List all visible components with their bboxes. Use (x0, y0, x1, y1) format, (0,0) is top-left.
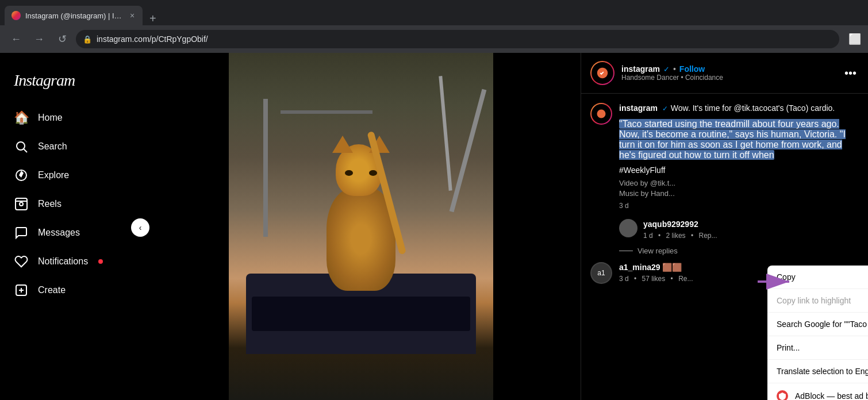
url-display: instagram.com/p/CtRpYgpObif/ (97, 34, 832, 44)
reply-avatar-1 (619, 219, 637, 237)
active-tab[interactable]: Instagram (@instagram) | Instagram × (5, 6, 143, 25)
notification-dot (98, 259, 103, 264)
sidebar-label-messages: Messages (38, 228, 80, 238)
credits: Video by @tik.t... Music by Hand... (619, 178, 859, 199)
post-subtitle: Handsome Dancer • Coincidance (621, 74, 835, 82)
sidebar-label-explore: Explore (38, 170, 69, 180)
reply-line (619, 251, 633, 251)
svg-marker-3 (19, 171, 24, 178)
address-bar[interactable]: 🔒 instagram.com/p/CtRpYgpObif/ (76, 30, 839, 48)
reply-username-2: a1_mina29 🟫🟫 (619, 263, 682, 272)
post-header: instagram ✓ • Follow Handsome Dancer • C… (581, 53, 868, 94)
follow-button[interactable]: Follow (679, 64, 705, 74)
browser-tab-bar: Instagram (@instagram) | Instagram × + (0, 0, 868, 25)
context-menu-print[interactable]: Print... (767, 336, 868, 360)
svg-point-5 (20, 202, 23, 206)
close-tab-button[interactable]: × (130, 11, 135, 20)
post-username-row: instagram ✓ • Follow (621, 64, 835, 74)
comment-avatar-inner-2: a1 (592, 263, 611, 283)
cat-gym-photo (229, 53, 493, 400)
comment-avatar-2: a1 (590, 262, 612, 284)
sidebar: Instagram 🏠 Home Search Explore (0, 53, 141, 400)
reply-comment-1: yaqub9292992 1 d • 2 likes • Rep... (590, 219, 859, 240)
instagram-logo: Instagram (7, 62, 134, 99)
more-options-button[interactable]: ••• (842, 64, 859, 82)
lock-icon: 🔒 (83, 35, 92, 44)
hashtag-line: #WeeklyFluff (619, 165, 859, 176)
search-icon (14, 139, 29, 154)
content-area: instagram ✓ • Follow Handsome Dancer • C… (141, 53, 868, 400)
reels-icon (14, 197, 29, 211)
reply-meta-1: 1 d • 2 likes • Rep... (643, 232, 717, 240)
home-icon: 🏠 (14, 110, 29, 125)
sidebar-label-home: Home (38, 113, 63, 123)
sidebar-item-explore[interactable]: Explore (7, 161, 134, 190)
forward-button[interactable]: → (30, 30, 48, 48)
sidebar-item-messages[interactable]: Messages (7, 218, 134, 247)
svg-point-0 (17, 142, 25, 150)
hashtag: #WeeklyFluff (619, 166, 665, 175)
context-menu-search-google[interactable]: Search Google for ""Taco started using t… (767, 313, 868, 336)
comment-username: instagram (619, 103, 658, 113)
comment-avatar (590, 103, 612, 125)
svg-line-1 (24, 149, 28, 153)
copy-link-label: Copy link to highlight (777, 296, 851, 305)
svg-rect-4 (16, 198, 27, 210)
reply-username-1: yaqub9292992 (643, 220, 698, 229)
notifications-icon (14, 254, 29, 269)
cast-button[interactable]: ⬜ (848, 33, 861, 45)
sidebar-label-create: Create (38, 285, 66, 295)
print-label: Print... (777, 343, 800, 352)
sidebar-item-reels[interactable]: Reels (7, 190, 134, 218)
highlighted-comment-block: "Taco started using the treadmill about … (619, 119, 859, 160)
create-icon (14, 283, 29, 298)
sidebar-label-search: Search (38, 141, 67, 152)
tab-title: Instagram (@instagram) | Instagram (25, 11, 123, 20)
url-path: /p/CtRpYgpObif/ (149, 34, 208, 44)
adblock-label: AdBlock — best ad blocker (795, 391, 868, 400)
sidebar-item-notifications[interactable]: Notifications (7, 247, 134, 276)
sidebar-item-create[interactable]: Create (7, 276, 134, 305)
comment-content: instagram ✓ Wow. It's time for @tik.taco… (619, 103, 859, 210)
context-menu-adblock[interactable]: AdBlock — best ad blocker (767, 383, 868, 400)
search-google-label: Search Google for ""Taco started using t… (777, 320, 868, 329)
new-tab-button[interactable]: + (145, 12, 161, 25)
translate-label: Translate selection to English (777, 367, 868, 376)
svg-point-10 (597, 110, 606, 118)
post-avatar-inner (592, 62, 613, 84)
sidebar-label-notifications: Notifications (38, 256, 88, 267)
post-user-info: instagram ✓ • Follow Handsome Dancer • C… (621, 64, 835, 82)
comment-intro-text: Wow. It's time for @tik.tacocat's (Taco)… (671, 103, 835, 113)
refresh-button[interactable]: ↺ (53, 30, 71, 48)
messages-icon (14, 225, 29, 240)
post-username: instagram (621, 64, 660, 74)
sidebar-collapse-button[interactable]: ‹ (131, 218, 149, 237)
view-replies-button[interactable]: View replies (590, 247, 859, 255)
post-avatar (590, 61, 614, 85)
verified-badge: ✓ (663, 65, 670, 74)
comment-meta: 3 d (619, 202, 859, 210)
main-comment: instagram ✓ Wow. It's time for @tik.taco… (590, 103, 859, 210)
comment-verified-badge: ✓ (662, 105, 668, 113)
credit-line1: Video by @tik.t... (619, 178, 859, 189)
sidebar-label-reels: Reels (38, 199, 62, 209)
tab-favicon (11, 11, 21, 20)
comment-avatar-inner (592, 104, 611, 124)
url-base: instagram.com (97, 34, 149, 44)
post-image-area (141, 53, 581, 400)
credit-line2: Music by Hand... (619, 189, 859, 199)
browser-nav-bar: ← → ↺ 🔒 instagram.com/p/CtRpYgpObif/ ⬜ (0, 25, 868, 53)
back-button[interactable]: ← (7, 30, 25, 48)
reply-content-1: yaqub9292992 1 d • 2 likes • Rep... (643, 219, 717, 240)
highlighted-text: "Taco started using the treadmill about … (619, 119, 846, 160)
main-area: Instagram 🏠 Home Search Explore (0, 53, 868, 400)
adblock-icon (777, 390, 788, 400)
context-menu-translate[interactable]: Translate selection to English (767, 360, 868, 383)
sidebar-item-home[interactable]: 🏠 Home (7, 103, 134, 132)
explore-icon (14, 168, 29, 183)
sidebar-item-search[interactable]: Search (7, 132, 134, 161)
purple-arrow (755, 270, 801, 295)
separator: • (673, 64, 676, 74)
